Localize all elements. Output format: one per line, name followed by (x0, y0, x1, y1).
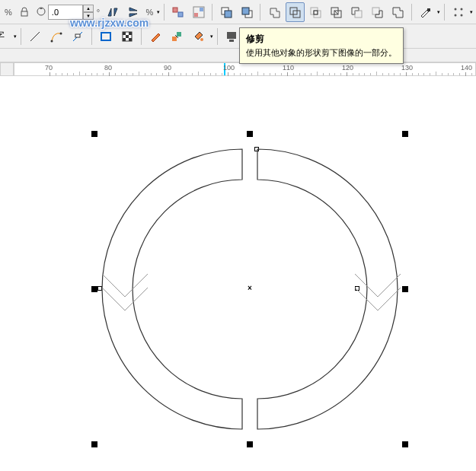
snap-options-icon[interactable] (449, 2, 468, 22)
svg-rect-2 (173, 8, 177, 12)
svg-rect-30 (75, 34, 80, 37)
align-distribute-a-icon[interactable] (168, 2, 187, 22)
outline-dropdown-icon[interactable]: ▾ (437, 9, 440, 15)
text-dropdown-icon[interactable]: ▾ (14, 33, 17, 40)
svg-rect-15 (314, 11, 318, 14)
rotation-value[interactable]: .0 (48, 5, 83, 20)
svg-rect-38 (172, 37, 177, 41)
rotation-up[interactable]: ▲ (83, 5, 94, 12)
text-tool-char[interactable]: 字 (0, 30, 5, 43)
svg-rect-34 (129, 32, 132, 35)
horizontal-ruler[interactable]: 708090100110120130140 (14, 62, 476, 76)
svg-rect-35 (126, 35, 129, 38)
svg-point-28 (60, 32, 62, 34)
boundary-icon[interactable] (388, 2, 407, 22)
ruler-tick: 100 (228, 63, 228, 77)
tooltip-body: 使用其他对象的形状剪下图像的一部分。 (246, 47, 397, 59)
rotation-spinner[interactable]: .0 ▲ ▼ (36, 5, 94, 20)
ruler-tick: 130 (406, 63, 407, 77)
svg-rect-3 (178, 12, 183, 17)
svg-rect-42 (229, 40, 234, 42)
lock-icon[interactable] (15, 2, 34, 22)
align-distribute-b-icon[interactable] (189, 2, 208, 22)
color-replace-icon[interactable] (167, 27, 187, 46)
svg-rect-36 (123, 38, 126, 41)
mirror-horizontal-icon[interactable] (103, 2, 122, 22)
paint-bucket-icon[interactable] (188, 27, 208, 46)
svg-rect-5 (194, 13, 198, 17)
svg-rect-39 (177, 32, 181, 37)
order-back-icon[interactable] (237, 2, 256, 22)
svg-rect-8 (225, 11, 232, 18)
curve-tool-icon[interactable] (46, 27, 66, 46)
ruler-tick: 120 (347, 63, 347, 77)
svg-rect-31 (101, 33, 110, 40)
svg-rect-33 (123, 32, 126, 35)
outline-pen-icon[interactable] (416, 2, 435, 22)
svg-rect-10 (242, 8, 249, 14)
snap-dropdown-icon[interactable]: ▾ (470, 9, 473, 15)
ruler-tick: 90 (168, 63, 169, 77)
percent-label-b: % (144, 8, 155, 17)
svg-point-22 (454, 8, 456, 10)
pattern-fill-icon[interactable] (117, 27, 137, 46)
order-front-icon[interactable] (216, 2, 235, 22)
tooltip-title: 修剪 (246, 33, 397, 46)
trim-icon[interactable] (286, 2, 305, 22)
svg-rect-37 (129, 38, 132, 41)
ring-shape[interactable] (91, 129, 411, 449)
toolbar-row-1: % .0 ▲ ▼ ° % ▾ (0, 0, 476, 24)
svg-point-40 (200, 38, 203, 41)
svg-point-25 (460, 14, 462, 16)
svg-line-18 (334, 11, 338, 14)
ruler-corner[interactable] (0, 62, 14, 76)
degree-label: ° (95, 8, 101, 17)
svg-rect-0 (21, 11, 27, 16)
svg-rect-41 (227, 32, 236, 39)
line-tool-icon[interactable] (25, 27, 45, 46)
svg-rect-6 (200, 8, 203, 11)
dimension-tool-icon[interactable] (68, 27, 88, 46)
svg-line-26 (30, 32, 40, 41)
svg-rect-19 (355, 11, 362, 18)
front-minus-back-icon[interactable] (347, 2, 366, 22)
dropdown-icon[interactable]: ▾ (157, 9, 160, 15)
mirror-vertical-icon[interactable] (123, 2, 142, 22)
svg-point-27 (51, 40, 53, 42)
svg-point-23 (460, 8, 462, 10)
bucket-dropdown-icon[interactable]: ▾ (210, 33, 213, 40)
ruler-tick: 70 (50, 63, 50, 77)
svg-point-24 (454, 14, 456, 16)
rectangle-frame-icon[interactable] (96, 27, 116, 46)
rotation-down[interactable]: ▼ (83, 12, 94, 20)
trim-tooltip: 修剪 使用其他对象的形状剪下图像的一部分。 (239, 27, 404, 64)
ruler-tick: 140 (465, 63, 466, 77)
intersect-icon[interactable] (306, 2, 325, 22)
simplify-icon[interactable] (327, 2, 346, 22)
rotation-icon (36, 6, 46, 18)
drawing-canvas[interactable]: × (0, 76, 476, 471)
back-minus-front-icon[interactable] (368, 2, 387, 22)
svg-rect-21 (427, 8, 430, 11)
ruler-tick: 110 (287, 63, 288, 77)
toolbar-row-2: 字 ▾ ▾ ▾ (0, 24, 476, 49)
toolbar-row-3 (0, 49, 476, 62)
weld-icon[interactable] (264, 2, 283, 22)
edit-tool-icon[interactable] (145, 27, 165, 46)
percent-label-a: % (3, 8, 14, 17)
ruler-tick: 80 (109, 63, 110, 77)
svg-rect-20 (372, 8, 379, 14)
